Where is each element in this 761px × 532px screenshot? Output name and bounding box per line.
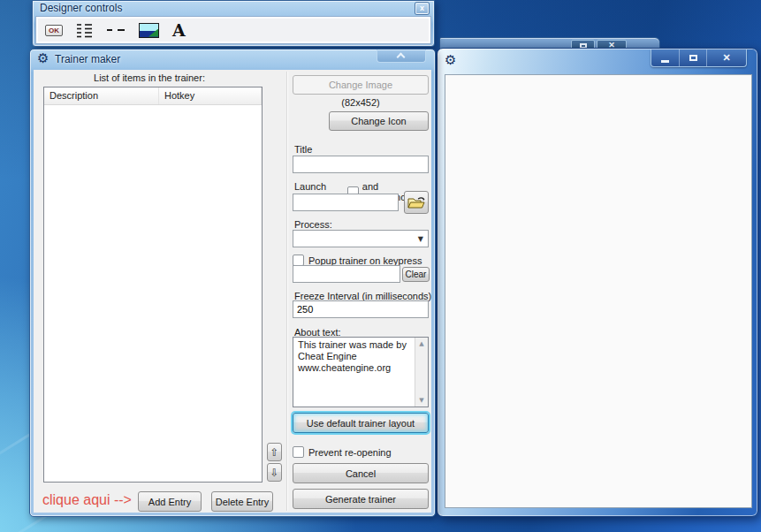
- generate-trainer-button[interactable]: Generate trainer: [293, 489, 429, 509]
- line-tool-icon[interactable]: [106, 27, 126, 34]
- trainer-preview-client-area: [445, 74, 752, 508]
- chevron-down-icon: ▼: [418, 235, 423, 243]
- move-item-down-button[interactable]: ⇩: [267, 463, 282, 482]
- close-icon: x: [420, 4, 424, 12]
- change-icon-button[interactable]: Change Icon: [329, 111, 429, 131]
- close-button[interactable]: x: [415, 3, 429, 14]
- image-tool-icon[interactable]: [139, 23, 159, 38]
- scroll-down-icon[interactable]: ▼: [415, 397, 428, 404]
- popup-trainer-label: Popup trainer on keypress: [308, 255, 422, 266]
- trainer-items-list[interactable]: Description Hotkey: [43, 87, 263, 483]
- collapse-button[interactable]: [377, 49, 426, 63]
- title-input[interactable]: [293, 156, 429, 173]
- window-title: Trainer maker: [55, 53, 120, 65]
- about-scrollbar[interactable]: ▲ ▼: [415, 338, 428, 407]
- change-image-button[interactable]: Change Image: [293, 75, 429, 95]
- about-text-box[interactable]: This trainer was made by Cheat Engine ww…: [293, 337, 429, 407]
- column-header-hotkey[interactable]: Hotkey: [159, 87, 262, 104]
- window-title: Designer controls: [40, 2, 122, 14]
- label-tool-icon[interactable]: A: [172, 22, 186, 39]
- panel-divider: [286, 72, 287, 511]
- process-label: Process:: [294, 219, 332, 230]
- designer-controls-window: Designer controls x OK A: [32, 0, 435, 47]
- column-header-description[interactable]: Description: [44, 87, 159, 104]
- maximize-icon: [689, 55, 697, 61]
- designer-toolbar: OK A: [36, 17, 430, 43]
- clear-hotkey-button[interactable]: Clear: [402, 267, 430, 282]
- scroll-up-icon[interactable]: ▲: [415, 340, 428, 347]
- desktop-wallpaper: ✕ ⚙ ✕ Designer controls x OK: [0, 0, 761, 532]
- list-caption: List of items in the trainer:: [34, 72, 265, 83]
- cheat-engine-gear-icon: ⚙: [445, 54, 456, 67]
- move-item-up-button[interactable]: ⇧: [267, 443, 282, 461]
- window-caption-buttons: ✕: [651, 49, 747, 67]
- trainer-preview-window: ⚙ ✕: [437, 48, 758, 517]
- chevron-up-icon: [397, 53, 406, 62]
- delete-entry-button[interactable]: Delete Entry: [211, 491, 273, 512]
- close-icon: ✕: [722, 53, 730, 63]
- about-text-value[interactable]: This trainer was made by Cheat Engine ww…: [293, 338, 415, 407]
- use-default-layout-button[interactable]: Use default trainer layout: [293, 413, 429, 433]
- image-tool-hill: [148, 29, 158, 37]
- launch-file-input[interactable]: [293, 194, 399, 211]
- arrow-up-icon: ⇧: [270, 446, 278, 459]
- open-folder-icon: [407, 196, 425, 209]
- minimize-icon: [661, 60, 669, 63]
- arrow-down-icon: ⇩: [270, 467, 278, 479]
- process-dropdown[interactable]: ▼: [293, 230, 429, 247]
- freeze-interval-input[interactable]: [293, 300, 429, 318]
- title-label: Title: [294, 144, 312, 155]
- browse-file-button[interactable]: [404, 191, 429, 214]
- prevent-reopening-checkbox[interactable]: [293, 446, 304, 458]
- trainer-settings-panel: Change Image (82x452) Change Icon Title …: [293, 70, 429, 513]
- cheat-engine-gear-icon: ⚙: [37, 52, 49, 65]
- listview-tool-icon[interactable]: [76, 23, 93, 38]
- trainer-maker-client-area: List of items in the trainer: Descriptio…: [34, 70, 431, 513]
- trainer-maker-window: ⚙ Trainer maker List of items in the tra…: [29, 49, 436, 517]
- list-header: Description Hotkey: [44, 87, 262, 105]
- image-size-label: (82x452): [293, 97, 429, 108]
- ok-button-tool-icon[interactable]: OK: [45, 25, 63, 36]
- prevent-reopening-row: Prevent re-opening: [293, 446, 392, 458]
- popup-hotkey-input[interactable]: [293, 265, 400, 283]
- annotation-clique-aqui: clique aqui -->: [42, 492, 132, 508]
- cancel-button[interactable]: Cancel: [293, 463, 429, 483]
- close-button[interactable]: ✕: [706, 49, 746, 66]
- minimize-button[interactable]: [651, 49, 679, 66]
- maximize-button[interactable]: [679, 49, 706, 66]
- add-entry-button[interactable]: Add Entry: [138, 491, 202, 512]
- prevent-reopening-label: Prevent re-opening: [308, 447, 392, 458]
